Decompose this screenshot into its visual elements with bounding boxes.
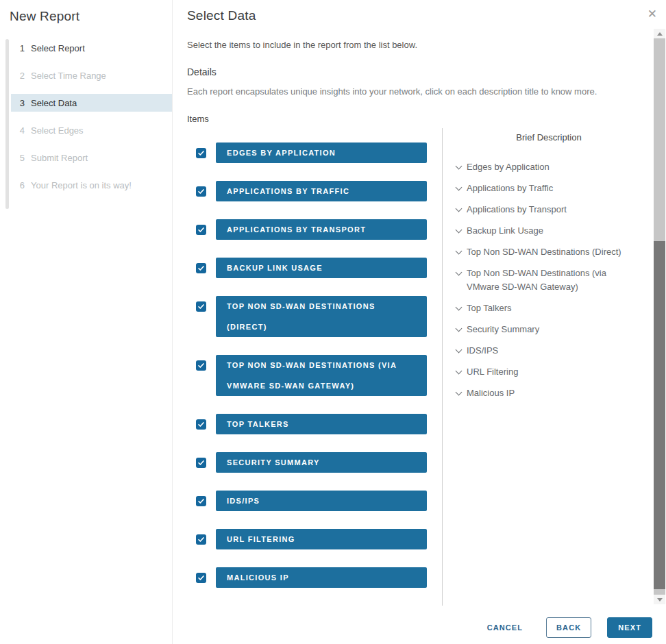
close-icon[interactable]: ✕ [648,8,657,20]
item-checkbox[interactable] [196,360,206,371]
sidebar-step[interactable]: 1 Select Report [0,39,172,57]
panel-subtitle: Select the items to include in the repor… [187,40,641,50]
steps-list: 1 Select Report 2 Select Time Range 3 Se… [0,39,172,194]
item-checkbox[interactable] [196,225,206,235]
chevron-down-icon [456,368,463,375]
step-number: 5 [15,153,25,163]
step-number: 3 [15,98,25,108]
scrollbar-thumb[interactable] [654,241,665,589]
description-row[interactable]: Top Talkers [456,301,640,315]
scrollbar-track[interactable] [654,38,665,595]
new-report-dialog: New Report 1 Select Report 2 Select Time… [0,0,666,644]
chevron-down-icon [456,347,463,354]
item-bar-label: APPLICATIONS BY TRAFFIC [227,181,416,201]
description-title: Applications by Traffic [467,182,553,195]
step-number: 4 [15,125,25,136]
item-bar[interactable]: MALICIOUS IP [216,567,427,588]
dialog-title: New Report [0,0,172,24]
check-icon [197,264,205,272]
report-item-row: IDS/IPS [196,491,427,511]
report-item-row: URL FILTERING [196,529,427,549]
scroll-up-button[interactable] [654,29,665,38]
chevron-down-icon [456,227,463,234]
wizard-steps: 1 Select Report 2 Select Time Range 3 Se… [0,39,172,194]
page-title: Select Data [187,8,641,23]
item-bar-label: BACKUP LINK USAGE [227,258,416,278]
wizard-sidebar: New Report 1 Select Report 2 Select Time… [0,0,173,644]
item-bar[interactable]: TOP TALKERS [216,414,427,434]
description-row[interactable]: Backup Link Usage [456,224,640,238]
description-list: Edges by Application Applications by Tra… [456,160,641,400]
item-checkbox[interactable] [196,458,206,468]
description-title: Top Non SD-WAN Destinations (Direct) [467,245,621,259]
description-row[interactable]: Malicious IP [456,386,640,400]
step-label: Select Edges [31,125,84,136]
description-title: IDS/IPS [467,344,498,358]
item-checkbox[interactable] [196,534,206,545]
sidebar-step[interactable]: 3 Select Data [11,94,172,112]
check-icon [197,362,205,369]
chevron-down-icon [456,184,463,191]
item-bar-label: TOP NON SD-WAN DESTINATIONS (DIRECT) [227,296,416,337]
chevron-down-icon [456,269,463,276]
item-bar-label: TOP TALKERS [227,414,416,434]
item-checkbox[interactable] [196,148,206,158]
scroll-down-button[interactable] [654,595,665,604]
item-bar-label: EDGES BY APPLICATION [227,143,416,163]
vertical-scrollbar [654,29,665,604]
description-row[interactable]: Top Non SD-WAN Destinations (Direct) [456,245,640,259]
description-title: URL Filtering [467,365,518,379]
description-row[interactable]: Applications by Transport [456,203,640,216]
item-bar[interactable]: APPLICATIONS BY TRANSPORT [216,219,427,240]
item-checkbox[interactable] [196,496,206,506]
sidebar-step[interactable]: 4 Select Edges [0,121,172,139]
item-bar[interactable]: TOP NON SD-WAN DESTINATIONS (VIA VMWARE … [216,355,427,396]
arrow-down-icon [657,598,663,602]
description-row[interactable]: URL Filtering [456,365,640,379]
report-item-row: EDGES BY APPLICATION [196,143,427,163]
items-and-description: EDGES BY APPLICATION APPLICATIONS BY TRA… [187,128,641,606]
item-checkbox[interactable] [196,573,206,583]
report-item-row: TOP NON SD-WAN DESTINATIONS (DIRECT) [196,296,427,337]
item-bar-label: MALICIOUS IP [227,567,416,588]
step-label: Your Report is on its way! [31,180,132,190]
cancel-button[interactable]: CANCEL [484,618,526,637]
steps-progress-track [5,39,9,209]
description-row[interactable]: Security Summary [456,323,640,336]
item-bar[interactable]: APPLICATIONS BY TRAFFIC [216,181,427,201]
item-checkbox[interactable] [196,419,206,430]
report-item-row: APPLICATIONS BY TRAFFIC [196,181,427,201]
next-button[interactable]: NEXT [607,617,652,638]
item-bar[interactable]: URL FILTERING [216,529,427,549]
item-bar[interactable]: EDGES BY APPLICATION [216,143,427,163]
description-title: Top Talkers [467,301,512,315]
item-bar[interactable]: TOP NON SD-WAN DESTINATIONS (DIRECT) [216,296,427,337]
check-icon [197,536,205,543]
item-checkbox[interactable] [196,301,206,312]
step-label: Submit Report [31,153,88,163]
items-label: Items [187,114,641,124]
report-item-row: MALICIOUS IP [196,567,427,588]
sidebar-step[interactable]: 2 Select Time Range [0,66,172,84]
item-bar[interactable]: IDS/IPS [216,491,427,511]
description-row[interactable]: Top Non SD-WAN Destinations (via VMware … [456,267,640,294]
item-bar[interactable]: SECURITY SUMMARY [216,452,427,473]
check-icon [197,497,205,505]
back-button[interactable]: BACK [546,617,591,638]
sidebar-step[interactable]: 5 Submit Report [0,149,172,166]
step-number: 6 [15,180,25,190]
details-text: Each report encapsulates unique insights… [187,86,641,97]
sidebar-step[interactable]: 6 Your Report is on its way! [0,176,172,194]
report-item-row: SECURITY SUMMARY [196,452,427,473]
description-row[interactable]: Applications by Traffic [456,182,640,195]
step-label: Select Time Range [31,71,106,81]
check-icon [197,226,205,234]
description-row[interactable]: IDS/IPS [456,344,640,358]
chevron-down-icon [456,206,463,212]
item-bar[interactable]: BACKUP LINK USAGE [216,258,427,278]
items-list: EDGES BY APPLICATION APPLICATIONS BY TRA… [187,128,427,606]
item-checkbox[interactable] [196,263,206,273]
item-checkbox[interactable] [196,186,206,197]
description-row[interactable]: Edges by Application [456,160,640,174]
check-icon [197,459,205,467]
